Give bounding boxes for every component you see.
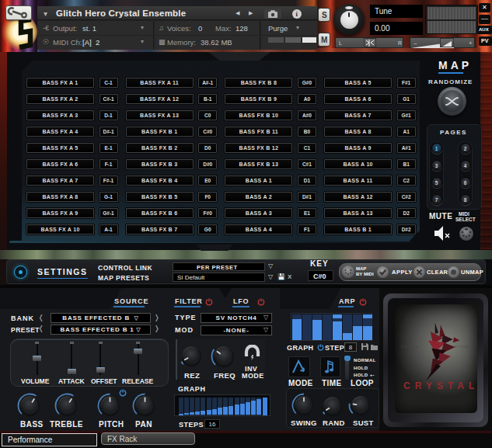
svg-text:SOUND A: SOUND A: [401, 346, 419, 349]
svg-text:GLITCH: GLITCH: [454, 346, 469, 349]
